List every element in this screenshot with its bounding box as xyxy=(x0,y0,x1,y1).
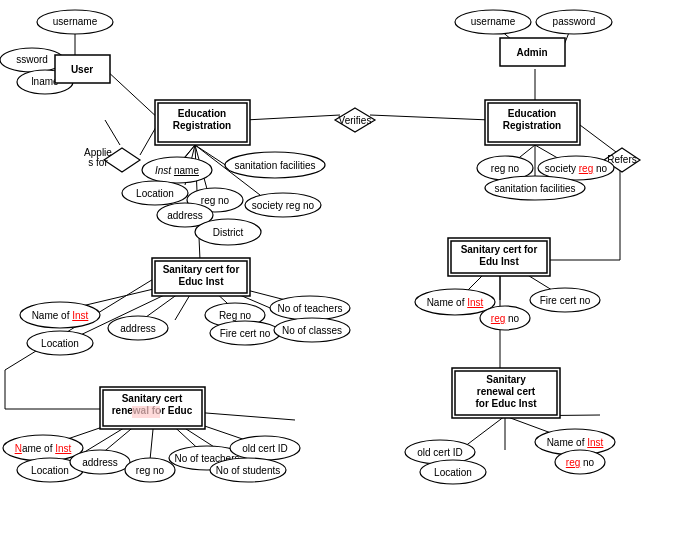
location-renewal-left-label: Location xyxy=(31,465,69,476)
verifies-label: Verifies xyxy=(339,115,372,126)
fire-cert-no-right-label: Fire cert no xyxy=(540,295,591,306)
edu-reg-right-label2: Registration xyxy=(503,120,561,131)
sanitary-renewal-right-label2: renewal cert xyxy=(477,386,536,397)
no-classes-left-label: No of classes xyxy=(282,325,342,336)
location-renewal-right-label: Location xyxy=(434,467,472,478)
edu-reg-right-label1: Education xyxy=(508,108,556,119)
svg-line-5 xyxy=(105,69,160,120)
no-teachers-left-label: No of teachers xyxy=(277,303,342,314)
svg-line-9 xyxy=(105,120,120,145)
society-reg-no-right-label: society reg no xyxy=(545,163,608,174)
user-label: User xyxy=(71,64,93,75)
sanitation-fac-right-label: sanitation facilities xyxy=(494,183,575,194)
password-left-label: ssword xyxy=(16,54,48,65)
name-inst-renewal-left-label: Name of Inst xyxy=(15,443,72,454)
username-right-label: username xyxy=(471,16,516,27)
er-diagram: username ssword lname User username pass… xyxy=(0,0,676,548)
old-cert-id-left-label: old cert ID xyxy=(242,443,288,454)
address-left-label: address xyxy=(167,210,203,221)
username-left-label: username xyxy=(53,16,98,27)
sanitation-fac-left-label: sanitation facilities xyxy=(234,160,315,171)
location-left-label: Location xyxy=(136,188,174,199)
name-inst-right-label: Name of Inst xyxy=(427,297,484,308)
address-renewal-left-label: address xyxy=(82,457,118,468)
reg-no-left-label: reg no xyxy=(201,195,230,206)
applies-for-label2: s for xyxy=(88,157,108,168)
sanitary-cert-right-label2: Edu Inst xyxy=(479,256,519,267)
address-left-bottom-label: address xyxy=(120,323,156,334)
admin-label: Admin xyxy=(516,47,547,58)
reg-no-left-bottom-label: Reg no xyxy=(219,310,252,321)
inst-name-left-label: Inst name xyxy=(155,165,199,176)
sanitary-renewal-right-label3: for Educ Inst xyxy=(475,398,537,409)
sanitary-cert-left-label1: Sanitary cert for xyxy=(163,264,240,275)
sanitary-cert-right-label1: Sanitary cert for xyxy=(461,244,538,255)
name-inst-left-label: Name of Inst xyxy=(32,310,89,321)
district-label: District xyxy=(213,227,244,238)
sanitary-renewal-right-label1: Sanitary xyxy=(486,374,526,385)
password-right-label: password xyxy=(553,16,596,27)
educ-highlight xyxy=(132,406,160,418)
society-reg-no-left-label: society reg no xyxy=(252,200,315,211)
fire-cert-no-left-label: Fire cert no xyxy=(220,328,271,339)
old-cert-id-right-label: old cert ID xyxy=(417,447,463,458)
reg-no-right-label: reg no xyxy=(491,163,520,174)
edu-reg-left-label2: Registration xyxy=(173,120,231,131)
no-students-left-label: No of students xyxy=(216,465,280,476)
sanitary-cert-left-label2: Educ Inst xyxy=(178,276,224,287)
svg-line-7 xyxy=(245,115,340,120)
sanitary-renewal-left-label1: Sanitary cert xyxy=(122,393,183,404)
svg-line-8 xyxy=(370,115,490,120)
reg-no-cert-right-label: reg no xyxy=(491,313,520,324)
name-inst-renewal-right-label: Name of Inst xyxy=(547,437,604,448)
reg-no-renewal-right-label: reg no xyxy=(566,457,595,468)
edu-reg-left-label1: Education xyxy=(178,108,226,119)
reg-no-renewal-left-label: reg no xyxy=(136,465,165,476)
svg-line-21 xyxy=(580,125,620,155)
location-left-bottom-label: Location xyxy=(41,338,79,349)
